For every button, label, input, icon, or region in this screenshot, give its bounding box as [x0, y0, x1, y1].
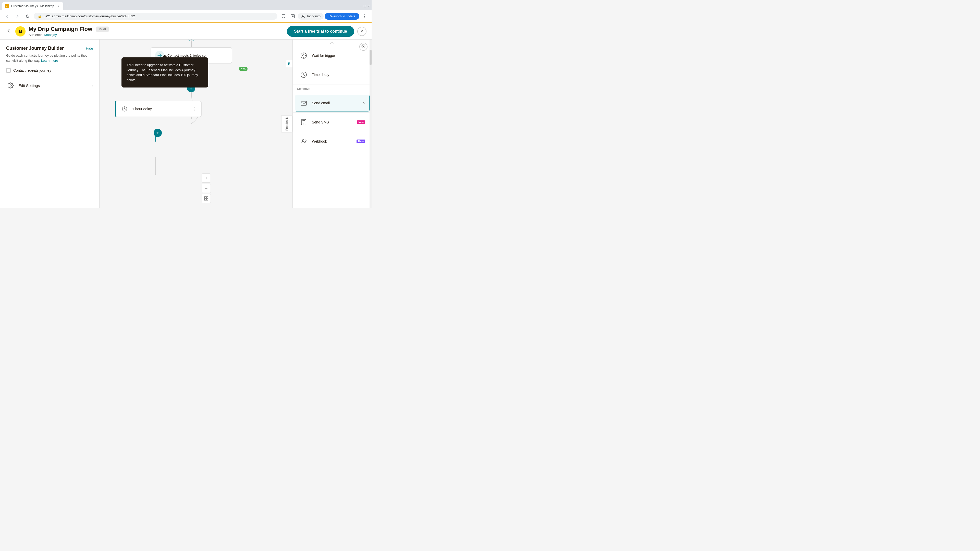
send-email-label: Send email [312, 101, 359, 105]
delay-menu-icon[interactable]: ⋮ [192, 106, 197, 112]
delay-node[interactable]: 1 hour delay ⋮ [115, 101, 202, 117]
svg-rect-26 [302, 55, 303, 56]
send-email-icon [299, 98, 308, 108]
panel-scrollbar[interactable] [369, 40, 372, 208]
canvas-top-icon [188, 40, 195, 43]
refresh-button[interactable] [24, 12, 32, 21]
plus-icon-2: + [156, 130, 159, 136]
svg-rect-27 [305, 55, 306, 56]
settings-arrow-icon: › [92, 83, 93, 88]
nav-bar: 🔒 us21.admin.mailchimp.com/customer-jour… [0, 10, 372, 22]
send-sms-section: Send SMS New [293, 113, 372, 132]
svg-rect-20 [204, 199, 206, 200]
actions-header: Actions [293, 84, 372, 94]
svg-point-33 [302, 140, 304, 141]
wait-trigger-icon [299, 51, 308, 60]
sidebar-description: Guide each contact's journey by plotting… [6, 53, 93, 63]
draft-badge: Draft [96, 27, 108, 32]
campaign-title: My Drip Campaign Flow [29, 26, 92, 32]
svg-rect-29 [301, 101, 307, 105]
tab-bar: M Customer Journeys | Mailchimp × + − □ … [0, 0, 372, 10]
bookmark-button[interactable] [280, 12, 288, 21]
svg-point-7 [364, 17, 365, 18]
incognito-label: Incognito [307, 14, 321, 18]
main-layout: Customer Journey Builder Hide Guide each… [0, 40, 372, 208]
svg-rect-32 [302, 121, 305, 121]
if-else-text: Contact meets 1 if/else co... [167, 54, 228, 57]
send-sms-icon [299, 118, 308, 127]
canvas[interactable]: Contact meets 1 if/else co... Yes + 1 ho… [100, 40, 293, 208]
hide-button[interactable]: Hide [86, 46, 93, 51]
webhook-section: Webhook Beta [293, 132, 372, 151]
more-button[interactable] [360, 12, 369, 21]
time-delay-icon [299, 70, 308, 79]
close-header-icon: × [361, 29, 363, 34]
yes-badge: Yes [239, 66, 248, 71]
incognito-button[interactable]: Incognito [298, 13, 324, 20]
close-header-button[interactable]: × [357, 27, 366, 36]
sidebar-title: Customer Journey Builder [6, 46, 64, 51]
panel-scrollbar-thumb[interactable] [369, 50, 372, 65]
extensions-button[interactable] [289, 12, 297, 21]
wait-for-trigger-item[interactable]: Wait for trigger [295, 47, 369, 64]
tab-title: Customer Journeys | Mailchimp [11, 4, 54, 8]
right-panel: Wait for trigger Time delay Actions Send… [293, 40, 372, 208]
audience-name[interactable]: Moodjoy [44, 33, 57, 37]
add-step-button[interactable]: + [154, 129, 162, 137]
contact-repeats-checkbox[interactable] [6, 68, 11, 73]
trial-button[interactable]: Start a free trial to continue [287, 26, 354, 37]
panel-close-icon [361, 44, 366, 49]
app-header: M My Drip Campaign Flow Draft Audience: … [0, 23, 372, 40]
panel-close-button[interactable] [360, 43, 368, 51]
sidebar-title-row: Customer Journey Builder Hide [6, 46, 93, 51]
browser-chrome: M Customer Journeys | Mailchimp × + − □ … [0, 0, 372, 23]
tooltip-text: You'll need to upgrade to activate a Cus… [127, 63, 198, 82]
new-tab-button[interactable]: + [64, 3, 72, 10]
zoom-fit-button[interactable] [202, 194, 211, 203]
send-sms-item[interactable]: Send SMS New [295, 114, 369, 130]
webhook-item[interactable]: Webhook Beta [295, 133, 369, 150]
url-text: us21.admin.mailchimp.com/customer-journe… [44, 14, 273, 18]
zoom-in-button[interactable]: + [202, 173, 211, 183]
close-window-icon[interactable]: × [368, 4, 369, 8]
audience-label: Audience: Moodjoy [29, 33, 109, 37]
svg-point-10 [10, 85, 11, 86]
svg-text:M: M [19, 29, 22, 33]
mailchimp-logo: M [15, 26, 25, 37]
wait-for-trigger-section: Wait for trigger [293, 46, 372, 65]
send-email-section: Send email ↖ [293, 94, 372, 113]
edit-settings-row[interactable]: Edit Settings › [6, 78, 93, 93]
nav-actions: Incognito Relaunch to update [280, 12, 369, 21]
delay-icon [120, 104, 129, 114]
address-bar[interactable]: 🔒 us21.admin.mailchimp.com/customer-jour… [34, 13, 277, 20]
svg-rect-19 [207, 197, 208, 198]
upgrade-tooltip: You'll need to upgrade to activate a Cus… [121, 57, 208, 87]
active-tab[interactable]: M Customer Journeys | Mailchimp × [2, 2, 63, 10]
beta-badge: Beta [356, 140, 365, 143]
lock-icon: 🔒 [38, 14, 41, 18]
wait-for-trigger-label: Wait for trigger [312, 54, 365, 58]
forward-button[interactable] [13, 12, 21, 21]
time-delay-label: Time delay [312, 73, 365, 77]
svg-rect-24 [303, 54, 304, 55]
send-email-item[interactable]: Send email ↖ [295, 95, 369, 111]
back-button[interactable] [3, 12, 11, 21]
audience-prefix: Audience: [29, 33, 43, 37]
window-controls: − □ × [360, 4, 369, 8]
svg-point-31 [304, 124, 304, 124]
time-delay-item[interactable]: Time delay [295, 66, 369, 83]
campaign-info: My Drip Campaign Flow Draft Audience: Mo… [29, 26, 109, 37]
feedback-tab[interactable]: Feedback [281, 115, 293, 132]
delay-node-container: 1 hour delay ⋮ [115, 101, 202, 117]
settings-label: Edit Settings [18, 83, 89, 88]
new-badge: New [357, 121, 365, 124]
tab-close-icon[interactable]: × [56, 4, 60, 8]
minimize-icon[interactable]: − [360, 4, 362, 8]
settings-icon [6, 81, 15, 90]
sidebar: Customer Journey Builder Hide Guide each… [0, 40, 100, 208]
learn-more-link[interactable]: Learn more [41, 59, 58, 62]
maximize-icon[interactable]: □ [364, 4, 366, 8]
zoom-out-button[interactable]: − [202, 184, 211, 193]
back-to-campaigns[interactable] [5, 27, 12, 35]
relaunch-button[interactable]: Relaunch to update [325, 13, 360, 20]
